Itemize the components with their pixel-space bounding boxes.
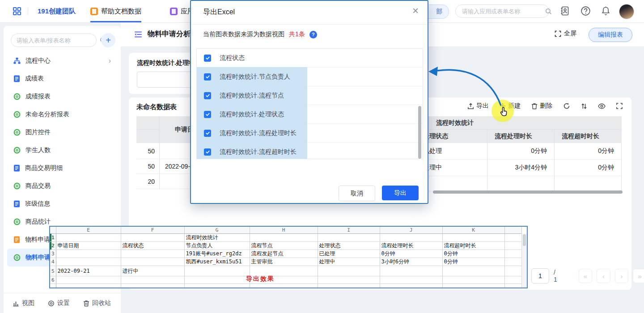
- checkbox-checked[interactable]: [204, 130, 211, 137]
- chevron-right-icon[interactable]: ›: [109, 57, 111, 65]
- notifications-bell-icon[interactable]: [601, 6, 611, 16]
- excel-cell[interactable]: [504, 276, 521, 284]
- checkbox-checked[interactable]: [204, 111, 211, 118]
- excel-cell[interactable]: 流程处理时长: [380, 242, 442, 250]
- delete-button[interactable]: 删除: [531, 102, 552, 110]
- excel-cell[interactable]: 流程时效统计: [184, 234, 250, 242]
- excel-cell[interactable]: [184, 266, 250, 276]
- excel-cell[interactable]: [56, 234, 121, 242]
- excel-cell[interactable]: [504, 284, 521, 289]
- excel-cell[interactable]: 主管审批: [250, 258, 318, 266]
- excel-cell[interactable]: [56, 258, 121, 266]
- sidebar-item-form[interactable]: 商品交易明细: [7, 159, 117, 177]
- excel-row-number[interactable]: 1: [50, 234, 56, 242]
- excel-row-number[interactable]: [50, 284, 56, 289]
- search-icon[interactable]: [545, 8, 552, 15]
- sidebar-item-form[interactable]: 班级信息: [7, 195, 117, 213]
- table-cell[interactable]: [555, 176, 622, 191]
- excel-cell[interactable]: 流程状态: [121, 242, 184, 250]
- excel-cell[interactable]: [121, 234, 184, 242]
- fullscreen-button[interactable]: 全屏: [555, 30, 576, 38]
- excel-cell[interactable]: 0分钟: [442, 250, 504, 258]
- excel-cell[interactable]: 凯西#user_kxmi5u51: [184, 258, 250, 266]
- excel-cell[interactable]: [121, 258, 184, 266]
- excel-col-letter[interactable]: I: [318, 227, 380, 234]
- list-scrollbar[interactable]: [418, 106, 421, 159]
- excel-cell[interactable]: [250, 284, 318, 289]
- checkbox-checked[interactable]: [204, 73, 211, 80]
- excel-col-letter[interactable]: F: [121, 227, 184, 234]
- excel-row-number[interactable]: 5: [50, 266, 56, 276]
- excel-cell[interactable]: [442, 234, 504, 242]
- excel-cell[interactable]: [504, 250, 521, 258]
- excel-cell[interactable]: [380, 234, 442, 242]
- recycle-bin-button[interactable]: 回收站: [83, 299, 111, 307]
- table-cell[interactable]: 20: [136, 174, 160, 189]
- excel-cell[interactable]: [56, 284, 121, 289]
- last-page-button[interactable]: »: [633, 269, 644, 283]
- page-input[interactable]: [531, 268, 549, 283]
- edit-report-button[interactable]: 编辑报表: [589, 28, 632, 42]
- app-grid-icon[interactable]: [13, 7, 21, 16]
- next-page-button[interactable]: ›: [615, 269, 629, 283]
- export-button[interactable]: 导出: [467, 102, 489, 110]
- sidebar-item-report[interactable]: 学生人数: [7, 141, 117, 159]
- excel-cell[interactable]: [121, 284, 184, 289]
- field-row[interactable]: 流程状态: [197, 49, 423, 68]
- horizontal-scrollbar[interactable]: [433, 190, 623, 194]
- help-icon[interactable]: ?: [309, 31, 317, 38]
- excel-cell[interactable]: [56, 250, 121, 258]
- excel-cell[interactable]: [318, 276, 380, 284]
- excel-cell[interactable]: [184, 276, 250, 284]
- table-cell[interactable]: 50: [136, 159, 160, 174]
- excel-cell[interactable]: 流程节点: [250, 242, 318, 250]
- group-header[interactable]: 流程时效统计: [416, 116, 622, 130]
- visibility-eye-icon[interactable]: [598, 103, 606, 109]
- excel-cell[interactable]: 191账号#user_rg2dz: [184, 250, 250, 258]
- global-search-input[interactable]: [461, 8, 542, 15]
- excel-cell[interactable]: [318, 234, 380, 242]
- table-cell[interactable]: 0分钟: [487, 143, 555, 160]
- excel-cell[interactable]: [504, 258, 521, 266]
- table-cell[interactable]: 0分钟: [555, 143, 622, 160]
- excel-cell[interactable]: 节点负责人: [184, 242, 250, 250]
- excel-cell[interactable]: [318, 266, 380, 276]
- sidebar-item-report[interactable]: 成绩报表: [7, 88, 117, 106]
- excel-cell[interactable]: 处理状态: [318, 242, 380, 250]
- excel-cell[interactable]: 处理中: [318, 258, 380, 266]
- contacts-icon[interactable]: [560, 6, 570, 16]
- excel-cell[interactable]: [380, 266, 442, 276]
- checkbox-checked[interactable]: [204, 148, 211, 156]
- excel-cell[interactable]: [442, 284, 504, 289]
- refresh-button[interactable]: [563, 102, 570, 110]
- settings-button[interactable]: 设置: [48, 299, 70, 307]
- excel-cell[interactable]: [504, 234, 521, 242]
- excel-cell[interactable]: [184, 284, 250, 289]
- excel-cell[interactable]: [56, 276, 121, 284]
- excel-col-letter[interactable]: G: [184, 227, 250, 234]
- excel-cell[interactable]: [504, 242, 521, 250]
- excel-cell[interactable]: [442, 276, 504, 284]
- excel-cell[interactable]: 进行中: [121, 266, 184, 276]
- table-fullscreen-icon[interactable]: [616, 103, 623, 109]
- collapse-sidebar-icon[interactable]: [133, 30, 143, 39]
- views-button[interactable]: 视图: [13, 299, 34, 307]
- excel-cell[interactable]: 流程发起节点: [250, 250, 318, 258]
- excel-row-number[interactable]: 2: [50, 242, 56, 250]
- excel-cell[interactable]: 0分钟: [442, 258, 504, 266]
- checkbox-checked[interactable]: [204, 92, 211, 99]
- sidebar-item-report[interactable]: 图片控件: [7, 123, 117, 141]
- excel-row-number[interactable]: 3: [50, 250, 56, 258]
- column-header[interactable]: 流程超时时长: [555, 130, 622, 143]
- excel-cell[interactable]: 已处理: [318, 250, 380, 258]
- checkbox-checked[interactable]: [204, 55, 211, 62]
- user-avatar[interactable]: [619, 4, 634, 19]
- excel-cell[interactable]: [380, 284, 442, 289]
- table-cell[interactable]: 50: [136, 143, 160, 159]
- excel-cell[interactable]: [250, 234, 318, 242]
- excel-row-number[interactable]: 4: [50, 258, 56, 266]
- sidebar-search-input[interactable]: [16, 37, 96, 44]
- excel-cell[interactable]: [442, 266, 504, 276]
- table-cell[interactable]: 3小时4分钟: [487, 160, 555, 176]
- sidebar-item-report[interactable]: 商品交易: [7, 177, 117, 195]
